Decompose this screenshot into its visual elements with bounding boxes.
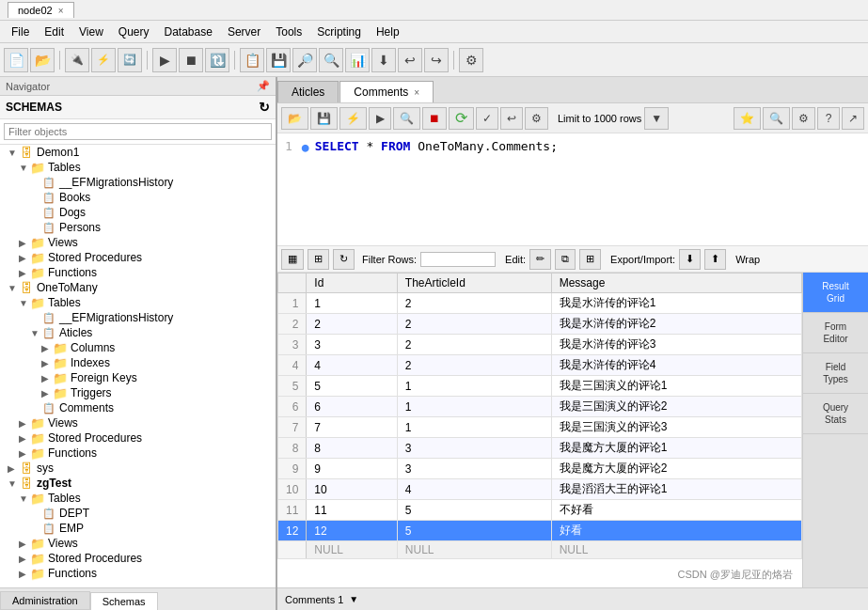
table-row[interactable]: 222我是水浒传的评论2 bbox=[278, 314, 802, 335]
tb-btn-6[interactable]: 📋 bbox=[240, 48, 264, 72]
menu-help[interactable]: Help bbox=[369, 23, 407, 40]
side-tab-form-editor[interactable]: Form Editor bbox=[803, 313, 868, 353]
table-dept[interactable]: 📋 DEPT bbox=[0, 506, 276, 521]
tables-folder-onetomany[interactable]: ▼ 📁 Tables bbox=[0, 295, 276, 310]
table-row[interactable]: 883我是魔方大厦的评论1 bbox=[278, 438, 802, 459]
table-row[interactable]: 332我是水浒传的评论3 bbox=[278, 335, 802, 355]
tb-btn-10[interactable]: 📊 bbox=[345, 48, 370, 72]
col-article-id[interactable]: TheArticleId bbox=[397, 274, 551, 293]
table-efmigrations-demon1[interactable]: 📋 __EFMigrationsHistory bbox=[0, 175, 276, 190]
triggers-folder[interactable]: ▶ 📁 Triggers bbox=[0, 385, 276, 400]
schema-sys[interactable]: ▶ 🗄 sys bbox=[0, 461, 276, 476]
tb-btn-7[interactable]: 💾 bbox=[266, 48, 291, 72]
table-row[interactable]: 10104我是滔滔大王的评论1 bbox=[278, 479, 802, 500]
filter-objects-input[interactable] bbox=[4, 123, 272, 140]
views-folder-demon1[interactable]: ▶ 📁 Views bbox=[0, 235, 276, 250]
table-row[interactable]: 551我是三国演义的评论1 bbox=[278, 376, 802, 397]
export-button[interactable]: ⬇ bbox=[679, 249, 701, 270]
table-row[interactable]: 112我是水浒传的评论1 bbox=[278, 293, 802, 314]
run-query-button[interactable]: ⚡ bbox=[339, 107, 367, 130]
table-persons[interactable]: 📋 Persons bbox=[0, 220, 276, 235]
connect-button[interactable]: 🔌 bbox=[65, 48, 89, 72]
navigator-pin-icon[interactable]: 📌 bbox=[257, 80, 270, 92]
columns-folder[interactable]: ▶ 📁 Columns bbox=[0, 340, 276, 355]
tab-close-icon[interactable]: × bbox=[414, 87, 419, 98]
table-dogs[interactable]: 📋 Dogs bbox=[0, 205, 276, 220]
menu-tools[interactable]: Tools bbox=[268, 23, 309, 40]
search-button[interactable]: 🔍 bbox=[763, 107, 790, 130]
stop-button[interactable]: ⏹ bbox=[179, 48, 203, 72]
new-file-button[interactable]: 📄 bbox=[4, 48, 28, 72]
menu-edit[interactable]: Edit bbox=[37, 23, 71, 40]
edit-button[interactable]: ✏ bbox=[529, 249, 551, 270]
table-row[interactable]: 12125好看 bbox=[278, 521, 802, 541]
stored-procs-folder-onetomany[interactable]: ▶ 📁 Stored Procedures bbox=[0, 430, 276, 446]
reconnect-button[interactable]: 🔄 bbox=[118, 48, 142, 72]
table-row[interactable]: 11115不好看 bbox=[278, 500, 802, 521]
tb-btn-14[interactable]: ⚙ bbox=[459, 48, 483, 72]
views-folder-onetomany[interactable]: ▶ 📁 Views bbox=[0, 415, 276, 430]
query-tab-aticles[interactable]: Aticles bbox=[277, 81, 339, 102]
tb-btn-12[interactable]: ↩ bbox=[398, 48, 422, 72]
table-efmigrations-onetomany[interactable]: 📋 __EFMigrationsHistory bbox=[0, 310, 276, 325]
foreign-keys-folder[interactable]: ▶ 📁 Foreign Keys bbox=[0, 370, 276, 385]
table-books[interactable]: 📋 Books bbox=[0, 190, 276, 205]
result-grid-tab[interactable]: ▦ bbox=[281, 249, 304, 270]
menu-database[interactable]: Database bbox=[157, 23, 220, 40]
help-button[interactable]: ? bbox=[817, 107, 840, 130]
schema-zgtest[interactable]: ▼ 🗄 zgTest bbox=[0, 476, 276, 491]
copy-row-button[interactable]: ⧉ bbox=[555, 249, 576, 270]
disconnect-button[interactable]: ⚡ bbox=[91, 48, 116, 72]
functions-folder-zgtest[interactable]: ▶ 📁 Functions bbox=[0, 566, 276, 581]
query-tab-comments[interactable]: Comments × bbox=[339, 81, 434, 102]
tb-btn-11[interactable]: ⬇ bbox=[371, 48, 396, 72]
refresh-results-button[interactable]: ↻ bbox=[333, 249, 355, 270]
limit-dropdown[interactable]: ▼ bbox=[644, 107, 669, 130]
menu-view[interactable]: View bbox=[71, 23, 111, 40]
filter-rows-input[interactable] bbox=[420, 252, 496, 267]
side-tab-result-grid[interactable]: Result Grid bbox=[803, 273, 868, 313]
menu-file[interactable]: File bbox=[4, 23, 37, 40]
paste-row-button[interactable]: ⊞ bbox=[579, 249, 601, 270]
tb-btn-9[interactable]: 🔍 bbox=[319, 48, 343, 72]
import-button[interactable]: ⬆ bbox=[704, 249, 726, 270]
col-message[interactable]: Message bbox=[551, 274, 801, 293]
stored-procs-folder-demon1[interactable]: ▶ 📁 Stored Procedures bbox=[0, 250, 276, 265]
main-tab[interactable]: node02 × bbox=[8, 2, 74, 18]
table-comments[interactable]: 📋 Comments bbox=[0, 400, 276, 415]
schema-onetomany[interactable]: ▼ 🗄 OneToMany bbox=[0, 280, 276, 295]
tb-btn-8[interactable]: 🔎 bbox=[292, 48, 317, 72]
table-view-button[interactable]: ⊞ bbox=[308, 249, 329, 270]
table-row[interactable]: 771我是三国演义的评论3 bbox=[278, 417, 802, 438]
results-tab-close[interactable]: ▼ bbox=[349, 594, 358, 604]
side-tab-field-types[interactable]: Field Types bbox=[803, 353, 868, 394]
bookmark-button[interactable]: ⭐ bbox=[734, 107, 761, 130]
col-id[interactable]: Id bbox=[307, 274, 397, 293]
config-button[interactable]: ⚙ bbox=[792, 107, 815, 130]
open-file-button[interactable]: 📂 bbox=[30, 48, 55, 72]
tb-btn-13[interactable]: ↪ bbox=[424, 48, 449, 72]
table-row[interactable]: 442我是水浒传的评论4 bbox=[278, 355, 802, 376]
table-row[interactable]: NULLNULLNULL bbox=[278, 541, 802, 559]
menu-scripting[interactable]: Scripting bbox=[309, 23, 369, 40]
save-query-button[interactable]: 💾 bbox=[310, 107, 338, 130]
schema-demon1[interactable]: ▼ 🗄 Demon1 bbox=[0, 145, 276, 160]
execute-button[interactable]: ▶ bbox=[152, 48, 177, 72]
expand-button[interactable]: ↗ bbox=[842, 107, 864, 130]
functions-folder-onetomany[interactable]: ▶ 📁 Functions bbox=[0, 446, 276, 461]
table-emp[interactable]: 📋 EMP bbox=[0, 521, 276, 536]
commit-button[interactable]: ✓ bbox=[476, 107, 498, 130]
stop-query-button[interactable]: ⏹ bbox=[422, 107, 447, 130]
refresh-button[interactable]: 🔃 bbox=[205, 48, 229, 72]
toggle-button[interactable]: ⚙ bbox=[525, 107, 548, 130]
results-tab-label[interactable]: Comments 1 bbox=[285, 594, 343, 605]
menu-server[interactable]: Server bbox=[220, 23, 268, 40]
views-folder-zgtest[interactable]: ▶ 📁 Views bbox=[0, 536, 276, 551]
run-selection-button[interactable]: ▶ bbox=[369, 107, 391, 130]
menu-query[interactable]: Query bbox=[111, 23, 157, 40]
tables-folder-demon1[interactable]: ▼ 📁 Tables bbox=[0, 160, 276, 175]
tab-schemas[interactable]: Schemas bbox=[90, 592, 158, 610]
indexes-folder[interactable]: ▶ 📁 Indexes bbox=[0, 355, 276, 370]
breakpoint-dot[interactable]: ● bbox=[302, 140, 309, 154]
tables-folder-zgtest[interactable]: ▼ 📁 Tables bbox=[0, 491, 276, 506]
